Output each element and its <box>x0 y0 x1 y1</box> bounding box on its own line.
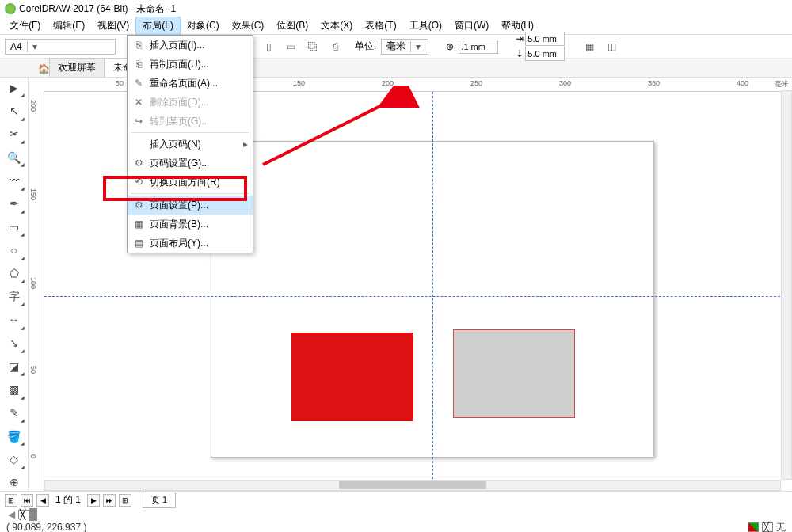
ruler-tick: 350 <box>648 79 660 87</box>
fill-indicator-icon[interactable] <box>748 522 759 532</box>
menu-item-10[interactable]: ⚙页面设置(P)... <box>128 196 253 215</box>
menu-item-7[interactable]: ⚙页码设置(G)... <box>128 154 253 173</box>
ellipse-tool-icon[interactable]: ○◢ <box>6 241 23 258</box>
menu-item-label: 重命名页面(A)... <box>150 77 218 90</box>
menu-item-label: 页面布局(Y)... <box>150 237 208 250</box>
portrait-icon[interactable]: ▯ <box>260 38 277 55</box>
menu-item-4: ↪转到某页(G)... <box>128 112 253 131</box>
menu-2[interactable]: 视图(V) <box>91 17 135 34</box>
menu-3[interactable]: 布局(L) <box>135 17 181 35</box>
artistic-tool-icon[interactable]: ✒◢ <box>6 196 23 212</box>
menu-item-icon: ↪ <box>132 116 145 127</box>
rectangle-tool-icon[interactable]: ▭◢ <box>6 218 23 235</box>
add-page-before-button[interactable]: ⊞ <box>5 494 17 507</box>
color-swatch[interactable] <box>36 508 37 521</box>
menu-item-icon: ⟲ <box>132 177 145 188</box>
scrollbar-horizontal[interactable] <box>44 480 781 491</box>
guide-horizontal[interactable] <box>44 296 792 297</box>
menu-9[interactable]: 工具(O) <box>403 17 448 34</box>
ruler-tick: 400 <box>737 79 748 87</box>
menu-item-1[interactable]: ⎗再制页面(U)... <box>128 55 253 74</box>
menu-separator <box>131 193 249 194</box>
pages-icon[interactable]: ⿻ <box>304 38 322 55</box>
menu-item-icon: ✕ <box>132 97 145 108</box>
toolbox: ▶◢ ↖◢ ✂◢ 🔍◢ 〰◢ ✒◢ ▭◢ ○◢ ⬠◢ 字◢ ↔◢ ↘◢ ◪◢ ▩… <box>0 78 29 491</box>
menu-item-icon: ⚙ <box>132 200 145 211</box>
guide-vertical[interactable] <box>432 92 433 491</box>
menu-item-icon: ⚙ <box>132 158 145 169</box>
menu-8[interactable]: 表格(T) <box>359 17 402 34</box>
ruler-unit-label: 毫米 <box>775 79 789 89</box>
text-tool-icon[interactable]: 字◢ <box>6 288 23 305</box>
next-page-button[interactable]: ▶ <box>87 494 100 507</box>
gray-rectangle-shape[interactable] <box>453 329 575 418</box>
menu-item-8[interactable]: ⟲切换页面方向(R) <box>128 173 253 192</box>
outline-indicator-icon[interactable]: ╳ <box>762 522 773 532</box>
freehand-tool-icon[interactable]: 〰◢ <box>6 172 23 188</box>
polygon-tool-icon[interactable]: ⬠◢ <box>6 265 23 282</box>
status-info: ( 90.089, 226.937 ) ╳ 无 <box>0 521 792 532</box>
menu-6[interactable]: 位图(B) <box>270 17 314 34</box>
outline-tool-icon[interactable]: ◇◢ <box>6 450 23 467</box>
menu-5[interactable]: 效果(C) <box>226 17 271 34</box>
transparency-tool-icon[interactable]: ▩◢ <box>6 381 23 397</box>
unit-value: 毫米 <box>382 40 410 53</box>
menu-item-label: 页码设置(G)... <box>150 157 209 170</box>
shadow-tool-icon[interactable]: ◪◢ <box>6 358 23 374</box>
eyedropper-tool-icon[interactable]: ✎◢ <box>6 405 23 421</box>
menu-0[interactable]: 文件(F) <box>3 17 47 34</box>
menu-item-icon: ▤ <box>132 238 145 249</box>
menu-10[interactable]: 窗口(W) <box>448 17 495 34</box>
more-icon[interactable]: ◫ <box>603 38 620 55</box>
pick-tool-icon[interactable]: ▶◢ <box>6 79 23 96</box>
menu-item-label: 再制页面(U)... <box>150 58 209 71</box>
unit-combo[interactable]: 毫米 ▾ <box>381 39 428 55</box>
red-rectangle-shape[interactable] <box>291 332 413 421</box>
menu-item-11[interactable]: ▦页面背景(B)... <box>128 215 253 234</box>
options-icon[interactable]: ▦ <box>581 38 598 55</box>
dup-x-icon: ⇥ <box>516 33 524 44</box>
add-page-after-button[interactable]: ⊞ <box>119 494 131 507</box>
palette-prev-icon[interactable]: ◀ <box>5 509 18 520</box>
statusbar: ⊞ ⏮ ◀ 1 的 1 ▶ ⏭ ⊞ 页 1 ◀ ╳ ( 90.089, 226.… <box>0 491 792 532</box>
scrollbar-vertical[interactable] <box>781 90 792 480</box>
ruler-tick: 300 <box>559 79 571 87</box>
page-toggle-icon[interactable]: ⎙ <box>326 38 344 55</box>
last-page-button[interactable]: ⏭ <box>103 494 116 507</box>
no-fill-swatch[interactable]: ╳ <box>18 510 29 519</box>
document-tabs: 🏠 欢迎屏幕 未命名 -× <box>0 59 792 78</box>
dup-x-input[interactable] <box>525 32 565 46</box>
tool-flyout-icon[interactable]: ⊕ <box>6 474 23 491</box>
menu-4[interactable]: 对象(C) <box>181 17 226 34</box>
menu-item-12[interactable]: ▤页面布局(Y)... <box>128 234 253 253</box>
ruler-vertical[interactable]: 200150100500 <box>29 92 44 491</box>
menu-item-0[interactable]: ⎘插入页面(I)... <box>128 36 253 55</box>
app-logo-icon <box>5 3 16 14</box>
menu-item-6[interactable]: 插入页码(N)▸ <box>128 135 253 154</box>
property-bar: A4 ▾ ▯ ▭ ⿻ ⎙ 单位: 毫米 ▾ ⊕ ⇥ ⇣ ▦ ◫ <box>0 35 792 59</box>
shape-tool-icon[interactable]: ↖◢ <box>6 102 23 119</box>
page-navigator: ⊞ ⏮ ◀ 1 的 1 ▶ ⏭ ⊞ 页 1 <box>0 491 792 508</box>
page-tab[interactable]: 页 1 <box>143 492 176 508</box>
fill-status-text: 无 <box>776 521 786 533</box>
landscape-icon[interactable]: ▭ <box>282 38 299 55</box>
scrollbar-thumb[interactable] <box>339 481 486 489</box>
dup-y-input[interactable] <box>525 47 565 61</box>
menu-7[interactable]: 文本(X) <box>314 17 359 34</box>
fill-tool-icon[interactable]: 🪣◢ <box>6 428 23 444</box>
connector-tool-icon[interactable]: ↘◢ <box>6 335 23 352</box>
menu-1[interactable]: 编辑(E) <box>47 17 91 34</box>
crop-tool-icon[interactable]: ✂◢ <box>6 126 23 142</box>
submenu-arrow-icon: ▸ <box>243 139 248 150</box>
prev-page-button[interactable]: ◀ <box>36 494 49 507</box>
color-palette: ◀ ╳ <box>0 508 792 521</box>
tab-welcome[interactable]: 欢迎屏幕 <box>49 58 105 77</box>
zoom-tool-icon[interactable]: 🔍◢ <box>6 149 23 165</box>
page-size-combo[interactable]: A4 ▾ <box>5 39 116 55</box>
dimension-tool-icon[interactable]: ↔◢ <box>6 311 23 328</box>
window-title: CorelDRAW 2017 (64-Bit) - 未命名 -1 <box>19 2 176 16</box>
first-page-button[interactable]: ⏮ <box>21 494 33 507</box>
nudge-input[interactable] <box>459 40 498 54</box>
unit-label: 单位: <box>355 40 376 53</box>
menu-item-2[interactable]: ✎重命名页面(A)... <box>128 74 253 93</box>
